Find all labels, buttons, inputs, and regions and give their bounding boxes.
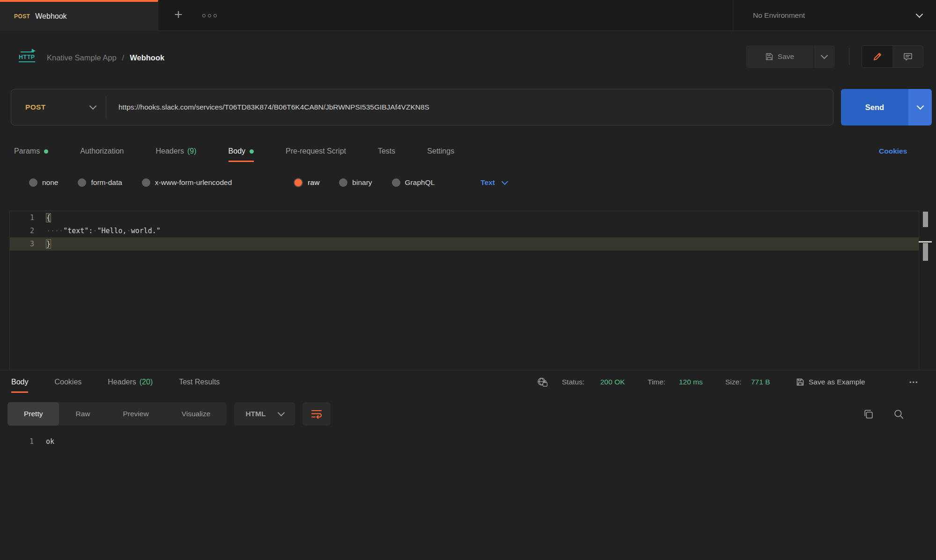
send-button-group: Send bbox=[841, 89, 932, 125]
environment-label: No Environment bbox=[753, 11, 805, 20]
body-type-selector: none form-data x-www-form-urlencoded raw… bbox=[29, 174, 507, 191]
cookies-link[interactable]: Cookies bbox=[879, 140, 907, 162]
copy-response-button[interactable] bbox=[862, 408, 874, 420]
new-tab-button[interactable]: + bbox=[170, 7, 187, 24]
network-globe-lock-icon[interactable] bbox=[537, 377, 548, 388]
status-label: Status: bbox=[562, 378, 584, 386]
search-response-button[interactable] bbox=[893, 408, 905, 420]
green-dot-icon bbox=[44, 149, 48, 154]
tab-authorization[interactable]: Authorization bbox=[80, 140, 124, 162]
send-options-button[interactable] bbox=[908, 89, 932, 125]
tab-tests[interactable]: Tests bbox=[378, 140, 395, 162]
bracket-highlight: } bbox=[46, 240, 51, 248]
save-options-button[interactable] bbox=[813, 45, 835, 68]
response-view-toolbar: Pretty Raw Preview Visualize HTML bbox=[7, 402, 331, 426]
save-icon bbox=[765, 52, 774, 61]
response-body-viewer[interactable]: 1ok bbox=[9, 435, 54, 448]
environment-selector[interactable]: No Environment bbox=[733, 0, 936, 31]
chevron-down-icon bbox=[501, 178, 508, 184]
radio-graphql[interactable]: GraphQL bbox=[392, 178, 435, 187]
divider bbox=[849, 48, 849, 65]
radio-none[interactable]: none bbox=[29, 178, 58, 187]
radio-icon bbox=[392, 178, 400, 187]
wrap-text-icon bbox=[310, 409, 323, 419]
tab-settings[interactable]: Settings bbox=[427, 140, 454, 162]
tab-options-button[interactable] bbox=[202, 10, 217, 21]
tab-body[interactable]: Body bbox=[228, 140, 254, 162]
send-button[interactable]: Send bbox=[841, 89, 908, 125]
save-as-example-button[interactable]: Save as Example bbox=[796, 378, 865, 386]
view-preview[interactable]: Preview bbox=[107, 402, 165, 426]
save-icon bbox=[796, 378, 804, 386]
editor-line: 2····"text":·"Hello,·world." bbox=[10, 224, 919, 237]
bracket-highlight: { bbox=[46, 214, 51, 222]
request-tabs: Params Authorization Headers(9) Body Pre… bbox=[14, 140, 454, 162]
response-options-button[interactable]: ••• bbox=[909, 379, 919, 386]
request-body-editor[interactable]: 1{ 2····"text":·"Hello,·world." 3} bbox=[9, 211, 919, 370]
response-format-selector[interactable]: HTML bbox=[234, 402, 295, 426]
breadcrumb-collection[interactable]: Knative Sample App bbox=[47, 53, 117, 62]
breadcrumb: Knative Sample App / Webhook bbox=[47, 53, 164, 62]
tab-headers[interactable]: Headers(9) bbox=[156, 140, 197, 162]
chevron-down-icon bbox=[89, 103, 97, 110]
tab-title: Webhook bbox=[35, 12, 66, 21]
editor-scrollbar-track bbox=[919, 211, 919, 370]
green-dot-icon bbox=[250, 149, 254, 154]
time-value: 120 ms bbox=[679, 378, 703, 386]
response-body-text: ok bbox=[46, 435, 54, 448]
status-value: 200 OK bbox=[600, 378, 625, 386]
arrow-icon bbox=[20, 48, 38, 53]
chevron-down-icon bbox=[821, 52, 828, 59]
method-selector[interactable]: POST bbox=[11, 103, 106, 111]
line-number: 2 bbox=[10, 224, 46, 237]
save-button-group: Save bbox=[746, 45, 835, 68]
method-label: POST bbox=[25, 103, 45, 111]
editor-scrollbar-thumb[interactable] bbox=[923, 212, 928, 227]
save-button[interactable]: Save bbox=[746, 45, 813, 68]
view-visualize[interactable]: Visualize bbox=[165, 402, 227, 426]
response-meta: Status: 200 OK Time: 120 ms Size: 771 B … bbox=[0, 371, 936, 393]
tab-strip: POST Webhook + No Environment bbox=[0, 0, 936, 31]
radio-icon bbox=[78, 178, 86, 187]
request-tab[interactable]: POST Webhook bbox=[0, 0, 158, 31]
line-number: 1 bbox=[9, 435, 46, 448]
radio-selected-icon bbox=[294, 178, 303, 187]
size-label: Size: bbox=[725, 378, 741, 386]
comments-button[interactable] bbox=[892, 46, 923, 67]
time-label: Time: bbox=[648, 378, 665, 386]
postman-window: POST Webhook + No Environment HTTP Knati… bbox=[0, 0, 936, 560]
radio-x-www-form-urlencoded[interactable]: x-www-form-urlencoded bbox=[142, 178, 232, 187]
request-view-toggle bbox=[862, 45, 923, 68]
headers-count: (9) bbox=[187, 147, 197, 155]
view-raw[interactable]: Raw bbox=[59, 402, 106, 426]
pencil-icon bbox=[872, 52, 883, 62]
line-number: 3 bbox=[10, 237, 46, 251]
breadcrumb-request-name[interactable]: Webhook bbox=[130, 53, 164, 62]
http-method-icon: HTTP bbox=[19, 52, 35, 61]
dot-icon bbox=[208, 14, 211, 17]
url-bar: POST https://hooks.slack.com/services/T0… bbox=[11, 89, 833, 125]
url-input[interactable]: https://hooks.slack.com/services/T06TD83… bbox=[106, 103, 429, 111]
radio-icon bbox=[29, 178, 37, 187]
size-value: 771 B bbox=[751, 378, 770, 386]
search-icon bbox=[893, 408, 905, 420]
editor-cursor-marker bbox=[919, 241, 932, 243]
radio-raw[interactable]: raw bbox=[294, 178, 319, 187]
tab-params[interactable]: Params bbox=[14, 140, 48, 162]
editor-scrollbar-thumb[interactable] bbox=[923, 243, 928, 261]
edit-request-button[interactable] bbox=[862, 46, 892, 67]
breadcrumb-separator: / bbox=[122, 53, 125, 62]
send-label: Send bbox=[865, 103, 884, 112]
comment-icon bbox=[903, 52, 913, 62]
chevron-down-icon bbox=[916, 103, 924, 110]
dot-icon bbox=[202, 14, 206, 17]
view-pretty[interactable]: Pretty bbox=[7, 402, 59, 426]
radio-form-data[interactable]: form-data bbox=[78, 178, 122, 187]
tab-pre-request-script[interactable]: Pre-request Script bbox=[286, 140, 346, 162]
copy-icon bbox=[862, 408, 874, 420]
chevron-down-icon bbox=[916, 11, 923, 18]
dot-icon bbox=[214, 14, 217, 17]
wrap-text-button[interactable] bbox=[302, 402, 331, 426]
radio-binary[interactable]: binary bbox=[339, 178, 372, 187]
raw-language-selector[interactable]: Text bbox=[480, 178, 507, 187]
